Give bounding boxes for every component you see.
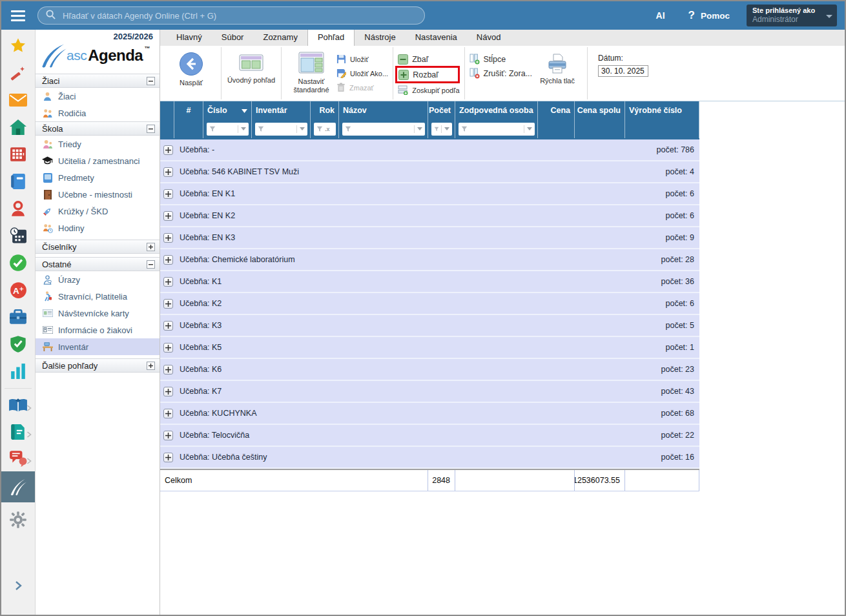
filter-pocet[interactable] <box>431 123 452 136</box>
table-group-row[interactable]: Učebňa: K6 počet: 23 <box>160 359 699 381</box>
expand-group-plus-button[interactable] <box>163 255 173 265</box>
table-group-row[interactable]: Učebňa: 546 KABINET TSV Muži počet: 4 <box>160 161 699 183</box>
col-header-pocet[interactable]: Počet <box>428 101 455 119</box>
sidebar-section-ciselniky[interactable]: Číselníky <box>36 240 160 254</box>
col-header-vyrobne-cislo[interactable]: Výrobné číslo <box>625 101 699 119</box>
library-book-icon[interactable] <box>1 392 35 418</box>
logged-in-user-dropdown[interactable]: Ste prihlásený ako Administrátor <box>747 5 837 26</box>
intro-view-button[interactable]: Úvodný pohľad <box>226 48 276 85</box>
table-group-row[interactable]: Učebňa: Telocvičňa počet: 22 <box>160 425 699 447</box>
collapse-minus-icon[interactable] <box>147 77 155 85</box>
sidebar-item-ucebne[interactable]: Učebne - miestnosti <box>36 186 160 203</box>
collapse-all-button[interactable]: Zbaľ <box>398 53 459 65</box>
calendar-clock-icon[interactable] <box>1 222 35 249</box>
set-default-button[interactable]: Nastaviť štandardné <box>286 48 336 94</box>
statistics-bar-chart-icon[interactable] <box>1 358 35 385</box>
wizard-wand-icon[interactable] <box>1 59 35 87</box>
expand-group-plus-button[interactable] <box>163 365 173 375</box>
expand-all-button[interactable]: Rozbaľ <box>398 68 452 81</box>
check-circle-icon[interactable] <box>1 249 35 276</box>
expand-plus-icon[interactable] <box>147 243 155 251</box>
sidebar-item-hodiny[interactable]: Hodiny <box>36 220 160 236</box>
date-input[interactable] <box>598 65 648 77</box>
table-group-row[interactable]: Učebňa: K5 počet: 1 <box>160 337 699 359</box>
filter-cislo[interactable] <box>207 123 249 136</box>
tab-nastavenia[interactable]: Nastavenia <box>406 30 467 46</box>
search-input[interactable] <box>61 10 417 21</box>
sidebar-item-navstevnicke-karty[interactable]: Návštevnícke karty <box>36 305 160 322</box>
cancel-sort-button[interactable]: Zrušiť: Zora... <box>469 67 533 79</box>
tab-pohlad-active[interactable]: Pohľad <box>307 30 355 46</box>
chat-bubbles-icon[interactable] <box>1 445 35 471</box>
expand-group-plus-button[interactable] <box>163 409 173 418</box>
expand-group-plus-button[interactable] <box>163 189 173 199</box>
shield-check-icon[interactable] <box>1 331 35 358</box>
sidebar-item-stravnici[interactable]: Stravníci, Platitelia <box>36 288 160 305</box>
tab-hlavny[interactable]: Hlavný <box>167 30 212 46</box>
grades-a-plus-icon[interactable]: A⁺ <box>1 276 35 303</box>
col-header-inventar[interactable]: Inventár <box>252 101 311 119</box>
person-bust-icon[interactable] <box>1 195 35 222</box>
expand-group-plus-button[interactable] <box>163 299 173 309</box>
table-group-row[interactable]: Učebňa: EN K3 počet: 9 <box>160 227 699 249</box>
sidebar-item-kruzky[interactable]: Krúžky / ŠKD <box>36 203 160 220</box>
col-header-cena[interactable]: Cena <box>538 101 575 119</box>
sidebar-section-ostatne[interactable]: Ostatné <box>36 257 160 271</box>
col-header-cena-spolu[interactable]: Cena spolu <box>575 101 625 119</box>
filter-zodpovedna-osoba[interactable] <box>459 123 535 136</box>
settings-gear-icon[interactable] <box>1 506 35 533</box>
sidebar-section-ziaci[interactable]: Žiaci <box>36 74 160 88</box>
sidebar-item-rodicia[interactable]: Rodičia <box>36 105 160 121</box>
expand-group-plus-button[interactable] <box>163 233 173 243</box>
sidebar-item-urazy[interactable]: Úrazy <box>36 271 160 288</box>
collapse-minus-icon[interactable] <box>147 125 155 133</box>
briefcase-icon[interactable] <box>1 303 35 331</box>
agenda-pen-icon-selected[interactable] <box>1 471 35 502</box>
sidebar-item-inventar[interactable]: Inventár <box>36 338 160 355</box>
back-button[interactable]: Naspäť <box>166 48 216 87</box>
expand-group-plus-button[interactable] <box>163 277 173 287</box>
col-header-cislo[interactable]: Číslo <box>203 101 252 119</box>
table-group-row[interactable]: Učebňa: K1 počet: 36 <box>160 271 699 293</box>
expand-group-plus-button[interactable] <box>163 145 173 155</box>
table-group-row[interactable]: Učebňa: KUCHYNKA počet: 68 <box>160 403 699 425</box>
table-group-row[interactable]: Učebňa: EN K2 počet: 6 <box>160 205 699 227</box>
expand-group-plus-button[interactable] <box>163 211 173 221</box>
table-group-row[interactable]: Učebňa: Chemické laboratórium počet: 28 <box>160 249 699 271</box>
favorites-star-icon[interactable] <box>1 32 35 59</box>
messages-envelope-icon[interactable] <box>1 87 35 114</box>
delete-button-disabled[interactable]: Zmazať <box>336 81 388 94</box>
help-button[interactable]: ? Pomoc <box>688 9 730 22</box>
sidebar-item-triedy[interactable]: Triedy <box>36 136 160 152</box>
expand-group-plus-button[interactable] <box>163 387 173 396</box>
table-group-row[interactable]: Učebňa: K7 počet: 43 <box>160 381 699 403</box>
timetable-grid-icon[interactable] <box>1 141 35 168</box>
sidebar-section-dalsie-pohlady[interactable]: Ďalšie pohľady <box>36 358 160 373</box>
filter-inventar[interactable] <box>255 123 307 136</box>
quick-print-button[interactable]: Rýchla tlač <box>532 48 583 85</box>
tab-nastroje[interactable]: Nástroje <box>355 30 405 46</box>
table-group-row[interactable]: Učebňa: Učebňa češtiny počet: 16 <box>160 447 699 469</box>
expand-group-plus-button[interactable] <box>163 453 173 462</box>
filter-nazov[interactable] <box>342 123 425 136</box>
sidebar-item-informacie-o-ziakovi[interactable]: Informácie o žiakovi <box>36 322 160 338</box>
table-group-row[interactable]: Učebňa: K2 počet: 6 <box>160 293 699 315</box>
col-header-zodpovedna-osoba[interactable]: Zodpovedná osoba <box>455 101 538 119</box>
filter-rok[interactable]: .x <box>314 123 336 136</box>
ai-button[interactable]: AI <box>656 10 665 21</box>
sidebar-item-ucitelia[interactable]: Učitelia / zamestnanci <box>36 152 160 169</box>
journal-document-icon[interactable] <box>1 418 35 445</box>
hamburger-menu-icon[interactable] <box>1 1 35 30</box>
save-as-button[interactable]: Uložiť Ako... <box>336 67 388 79</box>
collapse-minus-icon[interactable] <box>147 260 155 269</box>
sidebar-item-predmety[interactable]: Predmety <box>36 169 160 186</box>
table-group-row[interactable]: Učebňa: EN K1 počet: 6 <box>160 183 699 205</box>
group-by-button[interactable]: Zoskupiť podľa <box>398 84 459 96</box>
expand-group-plus-button[interactable] <box>163 167 173 177</box>
col-header-rok[interactable]: Rok <box>311 101 339 119</box>
tab-subor[interactable]: Súbor <box>212 30 254 46</box>
table-group-row[interactable]: Učebňa: K3 počet: 5 <box>160 315 699 337</box>
col-header-nazov[interactable]: Názov <box>339 101 428 119</box>
table-group-row[interactable]: Učebňa: - počet: 786 <box>160 139 699 161</box>
classbook-notebook-icon[interactable] <box>1 168 35 195</box>
